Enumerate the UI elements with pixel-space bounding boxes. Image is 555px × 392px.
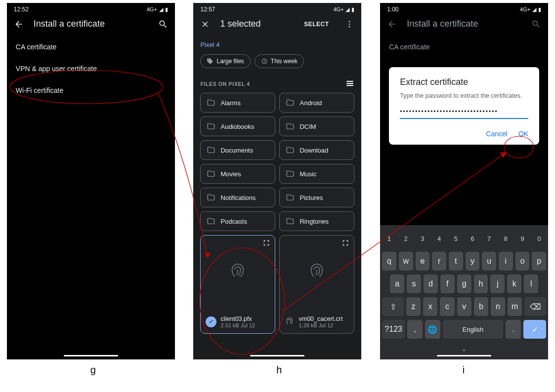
overflow-icon[interactable] <box>344 19 354 29</box>
key-l[interactable]: l <box>524 274 538 293</box>
key-j[interactable]: j <box>490 274 505 293</box>
folder-music[interactable]: Music <box>279 164 354 184</box>
dialog-title: Extract certificate <box>400 77 528 87</box>
folder-audiobooks[interactable]: Audiobooks <box>200 117 275 136</box>
key-globe[interactable]: 🌐 <box>425 320 440 339</box>
key-2[interactable]: 2 <box>399 229 413 248</box>
key-0[interactable]: 0 <box>532 229 546 248</box>
folder-dcim[interactable]: DCIM <box>279 117 354 136</box>
folder-notifications[interactable]: Notifications <box>200 188 275 207</box>
breadcrumb[interactable]: Pixel 4 <box>193 36 361 51</box>
key-s[interactable]: s <box>407 274 421 293</box>
search-icon <box>531 19 541 29</box>
key-7[interactable]: 7 <box>482 229 496 248</box>
nav-gesture-pill <box>250 355 304 356</box>
label-g: g <box>90 364 96 376</box>
key-z[interactable]: z <box>406 297 421 316</box>
key-d[interactable]: d <box>424 274 438 293</box>
view-list-icon[interactable] <box>345 79 354 89</box>
signal-icon: ◢ <box>159 6 163 13</box>
key-f[interactable]: f <box>440 274 455 293</box>
chip-this-week[interactable]: This week <box>255 54 304 68</box>
cert-option-wifi[interactable]: Wi-Fi certificate <box>7 79 175 101</box>
key-p[interactable]: p <box>532 252 546 271</box>
key-sym[interactable]: ?123 <box>382 320 405 339</box>
chip-large-files[interactable]: Large files <box>200 54 250 68</box>
key-i[interactable]: i <box>499 252 513 271</box>
status-bar: 12:57 4G+ ◢ ▮ <box>193 3 361 15</box>
key-9[interactable]: 9 <box>515 229 530 248</box>
cert-option-vpn[interactable]: VPN & app user certificate <box>7 58 175 79</box>
key-1[interactable]: 1 <box>382 229 396 248</box>
password-input[interactable] <box>400 106 528 119</box>
key-t[interactable]: t <box>449 252 463 271</box>
key-v[interactable]: v <box>457 297 471 316</box>
svg-point-2 <box>349 26 350 27</box>
key-period[interactable]: . <box>506 320 521 339</box>
selected-check-icon <box>206 316 216 327</box>
ok-button[interactable]: OK <box>518 130 528 138</box>
status-icons: 4G+ ◢ ▮ <box>520 6 541 13</box>
key-q[interactable]: q <box>382 252 396 271</box>
key-m[interactable]: m <box>508 297 522 316</box>
label-h: h <box>276 364 282 376</box>
key-space[interactable]: English <box>443 320 504 339</box>
folder-documents[interactable]: Documents <box>200 140 275 160</box>
folder-android[interactable]: Android <box>279 93 354 113</box>
key-x[interactable]: x <box>423 297 437 316</box>
folder-podcasts[interactable]: Podcasts <box>200 211 275 231</box>
folder-ringtones[interactable]: Ringtones <box>279 211 354 231</box>
battery-icon: ▮ <box>351 6 354 13</box>
section-header: FILES ON PIXEL 4 <box>193 71 361 93</box>
select-action[interactable]: SELECT <box>304 21 329 28</box>
key-shift[interactable]: ⇧ <box>382 297 404 316</box>
key-r[interactable]: r <box>432 252 446 271</box>
back-icon[interactable] <box>14 19 24 29</box>
cancel-button[interactable]: Cancel <box>486 130 508 138</box>
key-enter[interactable]: ✓ <box>523 320 546 339</box>
folder-download[interactable]: Download <box>279 140 354 160</box>
folder-pictures[interactable]: Pictures <box>279 188 354 207</box>
dialog-hint: Type the password to extract the certifi… <box>400 92 528 99</box>
key-h[interactable]: h <box>474 274 488 293</box>
signal-icon: ◢ <box>345 6 349 13</box>
fingerprint-icon <box>285 316 295 328</box>
key-comma[interactable]: , <box>407 320 423 339</box>
file-client03-pfx[interactable]: client03.pfx2.51 kB Jul 12 <box>200 235 275 334</box>
close-icon[interactable] <box>200 19 210 29</box>
key-8[interactable]: 8 <box>499 229 513 248</box>
history-icon <box>261 58 268 65</box>
key-g[interactable]: g <box>457 274 471 293</box>
key-6[interactable]: 6 <box>466 229 480 248</box>
app-bar: Install a certificate <box>7 15 175 36</box>
key-y[interactable]: y <box>466 252 480 271</box>
search-icon[interactable] <box>158 19 168 29</box>
key-4[interactable]: 4 <box>432 229 446 248</box>
soft-keyboard: 1234567890 qwertyuiop asdfghjkl ⇧zxcvbnm… <box>380 225 548 359</box>
expand-icon[interactable] <box>342 239 350 247</box>
status-icons: 4G+ ◢ ▮ <box>333 6 354 13</box>
label-i: i <box>463 364 465 376</box>
folder-movies[interactable]: Movies <box>200 164 275 184</box>
key-c[interactable]: c <box>440 297 454 316</box>
expand-icon[interactable] <box>263 239 271 247</box>
key-3[interactable]: 3 <box>416 229 430 248</box>
key-5[interactable]: 5 <box>449 229 463 248</box>
key-b[interactable]: b <box>474 297 488 316</box>
key-k[interactable]: k <box>507 274 521 293</box>
svg-point-0 <box>349 21 350 22</box>
key-a[interactable]: a <box>390 274 404 293</box>
svg-point-1 <box>349 23 350 25</box>
key-w[interactable]: w <box>399 252 413 271</box>
cert-option-ca[interactable]: CA certificate <box>7 36 175 58</box>
key-e[interactable]: e <box>416 252 430 271</box>
key-backspace[interactable]: ⌫ <box>524 297 546 316</box>
key-n[interactable]: n <box>491 297 505 316</box>
key-u[interactable]: u <box>482 252 496 271</box>
folder-alarms[interactable]: Alarms <box>200 93 275 113</box>
clock: 12:57 <box>200 6 215 13</box>
file-vm00_cacert-crt[interactable]: vm00_cacert.crt1.28 kB Jul 12 <box>279 235 354 334</box>
key-o[interactable]: o <box>515 252 530 271</box>
keyboard-collapse-icon[interactable]: ⌄ <box>382 343 546 353</box>
clock: 12:52 <box>14 6 29 13</box>
